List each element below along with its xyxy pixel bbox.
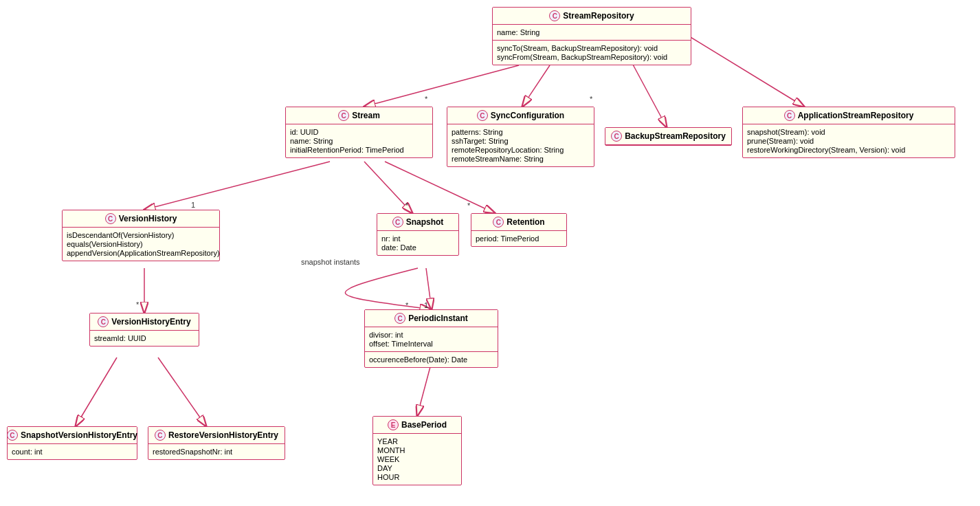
svg-line-14	[158, 358, 206, 426]
class-retention-header: C Retention	[471, 214, 566, 231]
mult-label-2: *	[590, 95, 592, 103]
class-application-stream-repository-header: C ApplicationStreamRepository	[743, 107, 955, 124]
class-application-stream-repository: C ApplicationStreamRepository snapshot(S…	[742, 107, 955, 158]
mult-label-5: *	[467, 201, 470, 210]
class-stream-repository-header: C StreamRepository	[493, 8, 691, 25]
class-base-period-attrs: YEAR MONTH WEEK DAY HOUR	[373, 434, 461, 485]
class-sync-configuration: C SyncConfiguration patterns: String ssh…	[447, 107, 594, 167]
svg-line-8	[144, 162, 330, 210]
class-icon-c: C	[549, 10, 560, 21]
class-periodic-instant-attrs: divisor: int offset: TimeInterval	[365, 327, 498, 352]
class-retention: C Retention period: TimePeriod	[471, 213, 567, 247]
class-periodic-instant-header: C PeriodicInstant	[365, 310, 498, 327]
mult-label-7: *	[405, 301, 408, 309]
class-version-history-methods: isDescendantOf(VersionHistory) equals(Ve…	[63, 228, 219, 261]
class-stream-repository: C StreamRepository name: String syncTo(S…	[492, 7, 691, 65]
class-backup-stream-repository-header: C BackupStreamRepository	[605, 128, 731, 145]
snapshot-instants-label: snapshot instants	[301, 258, 360, 266]
class-base-period-header: E BasePeriod	[373, 417, 461, 434]
class-snapshot-version-history-entry-attrs: count: int	[8, 444, 137, 459]
class-base-period: E BasePeriod YEAR MONTH WEEK DAY HOUR	[372, 416, 462, 485]
class-stream-attrs: id: UUID name: String initialRetentionPe…	[286, 124, 432, 157]
mult-label-3: 1	[191, 201, 195, 209]
class-snapshot-version-history-entry-header: C SnapshotVersionHistoryEntry	[8, 427, 137, 444]
class-stream-header: C Stream	[286, 107, 432, 124]
diagram-container: * * 1 * * * snapshot instants * 1 C Stre…	[0, 0, 980, 506]
class-version-history-entry-header: C VersionHistoryEntry	[90, 314, 199, 331]
class-sync-configuration-attrs: patterns: String sshTarget: String remot…	[447, 124, 594, 166]
mult-label-6: *	[136, 300, 139, 309]
mult-label-4: *	[405, 201, 408, 210]
class-version-history-header: C VersionHistory	[63, 210, 219, 228]
class-restore-version-history-entry: C RestoreVersionHistoryEntry restoredSna…	[148, 426, 285, 460]
class-stream: C Stream id: UUID name: String initialRe…	[285, 107, 433, 158]
class-application-stream-repository-methods: snapshot(Stream): void prune(Stream): vo…	[743, 124, 955, 157]
class-version-history-entry: C VersionHistoryEntry streamId: UUID	[89, 313, 199, 346]
svg-line-4	[364, 65, 519, 107]
svg-line-10	[385, 162, 495, 213]
class-stream-repository-methods: syncTo(Stream, BackupStreamRepository): …	[493, 41, 691, 65]
class-periodic-instant-methods: occurenceBefore(Date): Date	[365, 352, 498, 367]
class-restore-version-history-entry-header: C RestoreVersionHistoryEntry	[148, 427, 285, 444]
class-sync-configuration-header: C SyncConfiguration	[447, 107, 594, 124]
class-version-history: C VersionHistory isDescendantOf(VersionH…	[62, 210, 220, 261]
class-stream-repository-attrs: name: String	[493, 25, 691, 41]
class-version-history-entry-attrs: streamId: UUID	[90, 331, 199, 346]
mult-label-8: 1	[424, 301, 428, 309]
class-retention-attrs: period: TimePeriod	[471, 231, 566, 246]
svg-line-15	[417, 364, 431, 416]
class-snapshot: C Snapshot nr: int date: Date	[377, 213, 459, 256]
class-periodic-instant: C PeriodicInstant divisor: int offset: T…	[364, 309, 498, 368]
class-snapshot-version-history-entry: C SnapshotVersionHistoryEntry count: int	[7, 426, 137, 460]
svg-line-13	[76, 358, 117, 426]
class-backup-stream-repository: C BackupStreamRepository	[605, 127, 732, 146]
svg-line-7	[680, 31, 804, 107]
class-snapshot-attrs: nr: int date: Date	[377, 231, 458, 255]
svg-line-5	[522, 65, 550, 107]
mult-label-1: *	[425, 95, 427, 103]
class-snapshot-header: C Snapshot	[377, 214, 458, 231]
class-restore-version-history-entry-attrs: restoredSnapshotNr: int	[148, 444, 285, 459]
